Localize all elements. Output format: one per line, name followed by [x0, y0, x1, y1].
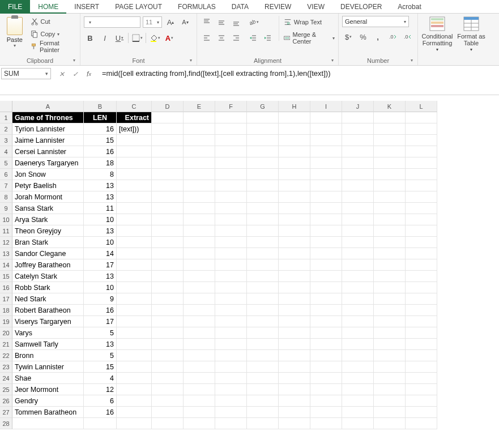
- cell-E22[interactable]: [184, 350, 215, 361]
- cell-E16[interactable]: [184, 282, 215, 293]
- tab-developer[interactable]: DEVELOPER: [332, 0, 390, 14]
- cell-A3[interactable]: Jaime Lannister: [12, 135, 84, 146]
- column-header-K[interactable]: K: [374, 101, 406, 112]
- cell-G17[interactable]: [247, 293, 279, 305]
- cell-D11[interactable]: [152, 225, 184, 237]
- cell-J17[interactable]: [342, 293, 374, 305]
- cell-A10[interactable]: Arya Stark: [12, 214, 84, 225]
- cell-I5[interactable]: [310, 157, 342, 169]
- cell-B7[interactable]: 13: [84, 180, 117, 191]
- cancel-button[interactable]: ✕: [57, 69, 67, 79]
- cell-C8[interactable]: [117, 191, 152, 203]
- cell-G6[interactable]: [247, 169, 279, 180]
- percent-button[interactable]: %: [357, 31, 369, 43]
- cell-K4[interactable]: [374, 146, 406, 157]
- cell-J7[interactable]: [342, 180, 374, 191]
- row-header-9[interactable]: 9: [0, 203, 12, 214]
- cell-K8[interactable]: [374, 191, 406, 203]
- cell-A4[interactable]: Cersei Lannister: [12, 146, 84, 157]
- cell-L3[interactable]: [406, 135, 437, 146]
- cell-G21[interactable]: [247, 339, 279, 350]
- cell-G5[interactable]: [247, 157, 279, 169]
- cell-D16[interactable]: [152, 282, 184, 293]
- cell-G8[interactable]: [247, 191, 279, 203]
- cell-C3[interactable]: [117, 135, 152, 146]
- cell-I19[interactable]: [310, 316, 342, 327]
- cut-button[interactable]: Cut: [31, 16, 76, 27]
- column-header-L[interactable]: L: [406, 101, 437, 112]
- cell-L26[interactable]: [406, 395, 437, 407]
- cell-K25[interactable]: [374, 384, 406, 395]
- cell-I18[interactable]: [310, 305, 342, 316]
- cell-L17[interactable]: [406, 293, 437, 305]
- number-format-combo[interactable]: General: [342, 16, 409, 27]
- cell-B24[interactable]: 4: [84, 373, 117, 384]
- cell-H27[interactable]: [279, 407, 310, 418]
- cell-J6[interactable]: [342, 169, 374, 180]
- cell-L15[interactable]: [406, 271, 437, 282]
- cell-L1[interactable]: [406, 112, 437, 123]
- cell-I3[interactable]: [310, 135, 342, 146]
- cell-D20[interactable]: [152, 327, 184, 339]
- cell-H28[interactable]: [279, 418, 310, 429]
- cell-L7[interactable]: [406, 180, 437, 191]
- cell-A28[interactable]: [12, 418, 84, 429]
- cell-D28[interactable]: [152, 418, 184, 429]
- cell-G23[interactable]: [247, 361, 279, 373]
- cell-H22[interactable]: [279, 350, 310, 361]
- cell-A11[interactable]: Theon Greyjoy: [12, 225, 84, 237]
- cell-K28[interactable]: [374, 418, 406, 429]
- enter-button[interactable]: ✓: [70, 69, 80, 79]
- row-header-16[interactable]: 16: [0, 282, 12, 293]
- cell-H19[interactable]: [279, 316, 310, 327]
- cell-J12[interactable]: [342, 237, 374, 248]
- cell-K5[interactable]: [374, 157, 406, 169]
- cell-L5[interactable]: [406, 157, 437, 169]
- cell-D22[interactable]: [152, 350, 184, 361]
- borders-button[interactable]: [131, 32, 143, 44]
- decrease-font-button[interactable]: A▾: [179, 16, 191, 28]
- cell-C15[interactable]: [117, 271, 152, 282]
- cell-I15[interactable]: [310, 271, 342, 282]
- cell-C22[interactable]: [117, 350, 152, 361]
- cell-E5[interactable]: [184, 157, 215, 169]
- row-header-27[interactable]: 27: [0, 407, 12, 418]
- cell-B15[interactable]: 13: [84, 271, 117, 282]
- cell-D27[interactable]: [152, 407, 184, 418]
- cell-E9[interactable]: [184, 203, 215, 214]
- cell-A8[interactable]: Jorah Mormont: [12, 191, 84, 203]
- cell-G4[interactable]: [247, 146, 279, 157]
- cell-D25[interactable]: [152, 384, 184, 395]
- cell-J20[interactable]: [342, 327, 374, 339]
- cell-I1[interactable]: [310, 112, 342, 123]
- cell-L13[interactable]: [406, 248, 437, 259]
- cell-E4[interactable]: [184, 146, 215, 157]
- cell-A9[interactable]: Sansa Stark: [12, 203, 84, 214]
- cell-L9[interactable]: [406, 203, 437, 214]
- cell-C16[interactable]: [117, 282, 152, 293]
- cell-H12[interactable]: [279, 237, 310, 248]
- cell-H17[interactable]: [279, 293, 310, 305]
- row-header-22[interactable]: 22: [0, 350, 12, 361]
- cell-B5[interactable]: 18: [84, 157, 117, 169]
- cell-C5[interactable]: [117, 157, 152, 169]
- cell-F8[interactable]: [215, 191, 247, 203]
- cell-L14[interactable]: [406, 259, 437, 271]
- cell-J9[interactable]: [342, 203, 374, 214]
- align-right-button[interactable]: [230, 32, 242, 44]
- cell-B14[interactable]: 17: [84, 259, 117, 271]
- font-size-combo[interactable]: 11: [143, 16, 162, 28]
- cell-J27[interactable]: [342, 407, 374, 418]
- cell-F22[interactable]: [215, 350, 247, 361]
- cell-E3[interactable]: [184, 135, 215, 146]
- cell-J3[interactable]: [342, 135, 374, 146]
- tab-insert[interactable]: INSERT: [66, 0, 107, 14]
- cell-B9[interactable]: 11: [84, 203, 117, 214]
- cell-C26[interactable]: [117, 395, 152, 407]
- cell-I27[interactable]: [310, 407, 342, 418]
- cell-G14[interactable]: [247, 259, 279, 271]
- cell-D6[interactable]: [152, 169, 184, 180]
- cell-F14[interactable]: [215, 259, 247, 271]
- cell-L10[interactable]: [406, 214, 437, 225]
- increase-indent-button[interactable]: [262, 32, 274, 44]
